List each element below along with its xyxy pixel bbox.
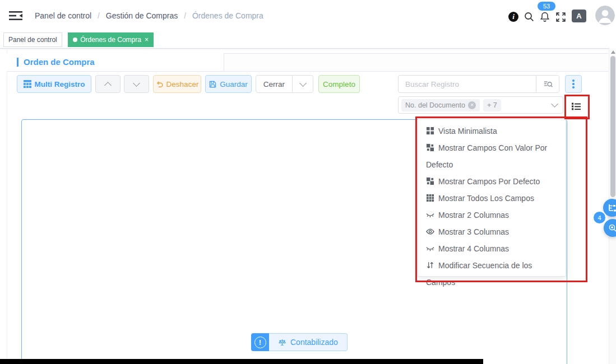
- eye-open-icon: [426, 227, 434, 236]
- multi-record-label: Multi Registro: [35, 80, 85, 88]
- records-count-badge: 4: [592, 211, 606, 225]
- chevron-down-icon: [133, 80, 140, 87]
- close-button[interactable]: Cerrar: [256, 75, 293, 93]
- list-icon: [571, 101, 581, 111]
- chevron-down-icon: [551, 100, 558, 108]
- grid-icon: [24, 80, 31, 88]
- screenshot-crop-bar: [0, 359, 483, 364]
- save-icon: [209, 81, 216, 88]
- menu-item-campos-por-defecto[interactable]: Mostrar Campos Por Defecto: [426, 173, 566, 190]
- search-input[interactable]: [399, 76, 536, 92]
- window-tab-active[interactable]: Orden de Compra: [7, 53, 224, 71]
- window-tab-header: Orden de Compra: [7, 53, 608, 72]
- breadcrumb-separator: /: [184, 11, 186, 20]
- save-label: Guardar: [220, 80, 248, 88]
- window-tab-rest: [224, 53, 608, 71]
- breadcrumb-separator: /: [98, 11, 100, 20]
- warning-icon: !: [251, 333, 269, 351]
- zoom-records-fab[interactable]: [604, 219, 616, 237]
- notification-badge: 53: [538, 2, 555, 11]
- menu-item-2-columnas[interactable]: Mostrar 2 Columnas: [426, 207, 566, 223]
- grid-mixed-icon: [426, 177, 434, 185]
- menu-item-4-columnas[interactable]: Mostrar 4 Columnas: [426, 240, 566, 257]
- close-dropdown-button[interactable]: [292, 75, 313, 93]
- save-button[interactable]: Guardar: [205, 75, 252, 93]
- translate-icon[interactable]: [572, 10, 586, 22]
- more-fields-label: + 7: [487, 101, 497, 109]
- balance-scale-icon: [278, 338, 286, 347]
- tab-label: Órdenes de Compra: [80, 36, 141, 44]
- tree-list-icon: [608, 203, 616, 212]
- posted-label: Contabilizado: [290, 338, 338, 347]
- grid-3x3-icon: [426, 194, 434, 202]
- breadcrumb: Panel de control / Gestión de Compras / …: [35, 11, 263, 20]
- page-title: Orden de Compra: [17, 58, 95, 67]
- more-fields-chip[interactable]: + 7: [483, 99, 501, 111]
- breadcrumb-item[interactable]: Panel de control: [35, 11, 91, 20]
- tab-ordenes-de-compra[interactable]: Órdenes de Compra ×: [68, 32, 154, 47]
- bell-icon[interactable]: [539, 11, 551, 23]
- grid-2x2-icon: [426, 127, 434, 135]
- menu-item-todos-los-campos[interactable]: Mostrar Todos Los Campos: [426, 190, 566, 207]
- active-dot-icon: [73, 38, 77, 42]
- top-header: Panel de control / Gestión de Compras / …: [0, 0, 616, 32]
- fullscreen-icon[interactable]: [554, 11, 567, 23]
- tab-panel-de-control[interactable]: Panel de control: [3, 32, 62, 47]
- field-chip[interactable]: No. del Documento: [401, 99, 480, 111]
- posted-button[interactable]: ! Contabilizado: [251, 333, 348, 351]
- scrollbar-thumb[interactable]: [610, 56, 615, 197]
- close-tab-icon[interactable]: ×: [145, 36, 149, 44]
- menu-item-modificar-secuencia[interactable]: Modificar Secuencia de los Campos: [426, 257, 566, 291]
- info-icon[interactable]: [507, 11, 520, 23]
- eye-closed-icon: [426, 244, 434, 253]
- field-chip-label: No. del Documento: [405, 101, 465, 109]
- zoom-in-icon: [608, 223, 616, 232]
- breadcrumb-item[interactable]: Gestión de Compras: [106, 11, 178, 20]
- app-window: Panel de control / Gestión de Compras / …: [0, 0, 616, 364]
- eye-closed-icon: [426, 211, 434, 219]
- previous-record-button[interactable]: [95, 75, 121, 93]
- breadcrumb-item-current: Órdenes de Compra: [192, 11, 263, 20]
- more-options-button[interactable]: [565, 75, 582, 93]
- close-label: Cerrar: [263, 80, 285, 88]
- chip-remove-icon[interactable]: [468, 101, 476, 109]
- multi-record-button[interactable]: Multi Registro: [17, 75, 91, 93]
- fields-filter-select[interactable]: No. del Documento + 7: [398, 96, 563, 114]
- view-options-button[interactable]: [568, 99, 584, 114]
- view-options-menu: Vista Minimalista Mostrar Campos Con Val…: [418, 119, 566, 277]
- chevron-up-icon: [104, 82, 112, 89]
- search-icon[interactable]: [523, 11, 535, 23]
- info-circle-icon: [508, 12, 518, 22]
- scroll-up-arrow-icon[interactable]: [611, 50, 615, 54]
- undo-icon: [156, 81, 163, 88]
- undo-button[interactable]: Deshacer: [153, 75, 201, 93]
- advanced-search-button[interactable]: [536, 76, 559, 92]
- sidebar-toggle-icon[interactable]: [9, 10, 22, 21]
- menu-item-3-columnas[interactable]: Mostrar 3 Columnas: [426, 223, 566, 240]
- complete-button[interactable]: Completo: [318, 75, 360, 93]
- menu-item-campos-con-valor-defecto[interactable]: Mostrar Campos Con Valor Por Defecto: [426, 139, 566, 173]
- tags-view-bar: Panel de control Órdenes de Compra ×: [0, 32, 616, 49]
- undo-label: Deshacer: [166, 80, 199, 88]
- next-record-button[interactable]: [124, 75, 149, 93]
- menu-item-vista-minimalista[interactable]: Vista Minimalista: [426, 123, 566, 139]
- grid-mixed-icon: [426, 143, 434, 152]
- sort-arrows-icon: [426, 261, 434, 269]
- chevron-down-icon: [299, 80, 307, 87]
- search-lines-icon: [543, 80, 553, 89]
- pane-left-border: [7, 48, 7, 364]
- avatar[interactable]: [595, 6, 615, 25]
- record-search: [398, 75, 559, 93]
- tab-label: Panel de control: [8, 36, 57, 44]
- complete-label: Completo: [323, 80, 355, 88]
